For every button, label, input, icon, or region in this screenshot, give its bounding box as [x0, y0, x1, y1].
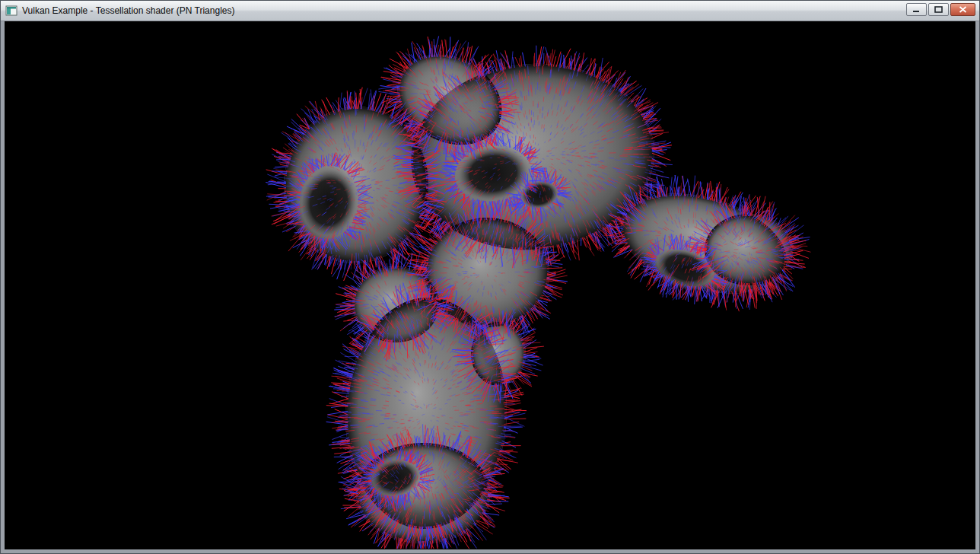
- vulkan-app-icon[interactable]: [5, 5, 18, 17]
- titlebar[interactable]: Vulkan Example - Tessellation shader (PN…: [1, 1, 979, 21]
- app-window: Vulkan Example - Tessellation shader (PN…: [0, 0, 980, 554]
- maximize-button[interactable]: [928, 3, 949, 16]
- close-button[interactable]: [950, 3, 975, 16]
- viewport-canvas[interactable]: [5, 21, 975, 549]
- window-title: Vulkan Example - Tessellation shader (PN…: [22, 5, 234, 16]
- minimize-button[interactable]: [906, 3, 927, 16]
- window-controls: [906, 3, 975, 16]
- render-client-area: [1, 21, 979, 553]
